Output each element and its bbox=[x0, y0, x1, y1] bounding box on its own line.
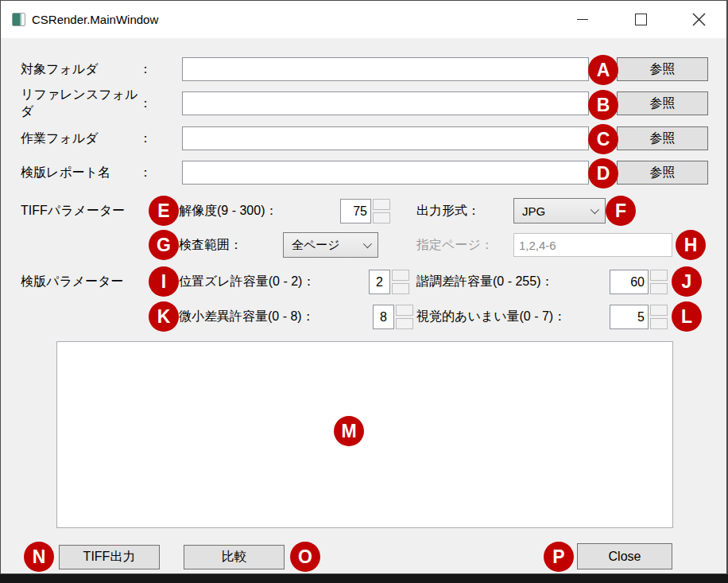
target-folder-browse-button[interactable]: 参照 bbox=[617, 57, 708, 81]
badge-l: L bbox=[672, 301, 702, 332]
spinner-down-button[interactable] bbox=[650, 318, 668, 329]
badge-k: K bbox=[149, 301, 179, 332]
maximize-button[interactable] bbox=[622, 2, 659, 37]
result-list-area[interactable] bbox=[56, 341, 673, 528]
taskbar-strip bbox=[0, 574, 728, 583]
position-tolerance-input[interactable] bbox=[369, 270, 390, 294]
spinner-up-button[interactable] bbox=[650, 305, 668, 316]
close-button[interactable]: Close bbox=[577, 543, 672, 569]
badge-n: N bbox=[24, 542, 54, 572]
titlebar: CSRender.MainWindow bbox=[1, 1, 726, 38]
badge-h: H bbox=[676, 230, 706, 260]
scan-range-label: 検査範囲： bbox=[179, 232, 242, 258]
minimize-button[interactable] bbox=[564, 2, 601, 37]
target-folder-label: 対象フォルダ： bbox=[21, 57, 152, 81]
close-icon bbox=[692, 13, 706, 26]
badge-b: B bbox=[588, 90, 618, 120]
minimize-icon bbox=[577, 19, 588, 20]
close-window-button[interactable] bbox=[680, 2, 717, 37]
work-folder-label: 作業フォルダ： bbox=[21, 126, 152, 150]
output-format-label: 出力形式： bbox=[416, 198, 480, 223]
scan-range-value: 全ページ bbox=[292, 238, 363, 253]
app-icon bbox=[12, 13, 25, 26]
badge-i: I bbox=[149, 266, 179, 297]
target-folder-input[interactable] bbox=[182, 57, 589, 81]
spinner-down-button[interactable] bbox=[392, 283, 409, 294]
position-tolerance-spinner bbox=[392, 270, 409, 294]
spinner-up-button[interactable] bbox=[396, 305, 413, 316]
output-format-value: JPG bbox=[522, 204, 591, 218]
minor-diff-tolerance-spinner bbox=[396, 305, 413, 329]
report-name-browse-button[interactable]: 参照 bbox=[617, 161, 708, 185]
reference-folder-browse-button[interactable]: 参照 bbox=[617, 91, 708, 115]
tiff-export-button[interactable]: TIFF出力 bbox=[59, 545, 160, 569]
spinner-up-button[interactable] bbox=[373, 199, 390, 210]
spinner-up-button[interactable] bbox=[650, 270, 668, 281]
position-tolerance-label: 位置ズレ許容量(0 - 2)： bbox=[179, 269, 315, 294]
resolution-label: 解像度(9 - 300)： bbox=[179, 198, 277, 223]
spinner-down-button[interactable] bbox=[373, 212, 390, 223]
chevron-down-icon bbox=[363, 239, 372, 248]
badge-p: P bbox=[544, 542, 574, 572]
resolution-input[interactable] bbox=[340, 199, 371, 223]
tone-tolerance-input[interactable] bbox=[610, 270, 649, 294]
minor-diff-tolerance-input[interactable] bbox=[373, 305, 394, 329]
kenpan-section-label: 検版パラメーター bbox=[21, 269, 124, 294]
tiff-section-label: TIFFパラメーター bbox=[21, 198, 125, 223]
badge-g: G bbox=[149, 230, 179, 260]
spinner-down-button[interactable] bbox=[650, 283, 668, 294]
reference-folder-label: リファレンスフォルダ： bbox=[21, 91, 152, 115]
visual-ambiguity-spinner bbox=[650, 305, 668, 329]
compare-button[interactable]: 比較 bbox=[184, 545, 285, 569]
badge-c: C bbox=[588, 124, 618, 154]
scan-range-combobox[interactable]: 全ページ bbox=[283, 232, 378, 258]
badge-m: M bbox=[334, 416, 364, 446]
maximize-icon bbox=[635, 14, 647, 25]
badge-o: O bbox=[290, 542, 320, 572]
chevron-down-icon bbox=[591, 205, 599, 214]
badge-a: A bbox=[588, 55, 618, 85]
badge-j: J bbox=[672, 266, 702, 297]
output-format-combobox[interactable]: JPG bbox=[513, 198, 606, 223]
resolution-spinner bbox=[373, 199, 390, 223]
page-spec-label: 指定ページ： bbox=[416, 232, 494, 258]
spinner-up-button[interactable] bbox=[392, 270, 409, 281]
badge-d: D bbox=[588, 158, 618, 189]
spinner-down-button[interactable] bbox=[396, 318, 413, 329]
tone-tolerance-label: 諧調差許容量(0 - 255)： bbox=[416, 269, 553, 294]
window-title: CSRender.MainWindow bbox=[32, 1, 158, 38]
reference-folder-input[interactable] bbox=[182, 91, 589, 115]
tone-tolerance-spinner bbox=[650, 270, 668, 294]
work-folder-browse-button[interactable]: 参照 bbox=[617, 126, 708, 150]
badge-f: F bbox=[606, 196, 636, 226]
visual-ambiguity-label: 視覚的あいまい量(0 - 7)： bbox=[416, 304, 566, 329]
report-name-input[interactable] bbox=[182, 161, 589, 185]
badge-e: E bbox=[149, 196, 179, 226]
minor-diff-tolerance-label: 微小差異許容量(0 - 8)： bbox=[179, 304, 315, 329]
visual-ambiguity-input[interactable] bbox=[610, 305, 649, 329]
report-name-label: 検版レポート名： bbox=[21, 161, 152, 185]
main-window: CSRender.MainWindow 対象フォルダ： 参照 A リファレンスフ… bbox=[0, 0, 728, 574]
page-spec-input[interactable] bbox=[513, 233, 672, 257]
work-folder-input[interactable] bbox=[182, 126, 589, 150]
